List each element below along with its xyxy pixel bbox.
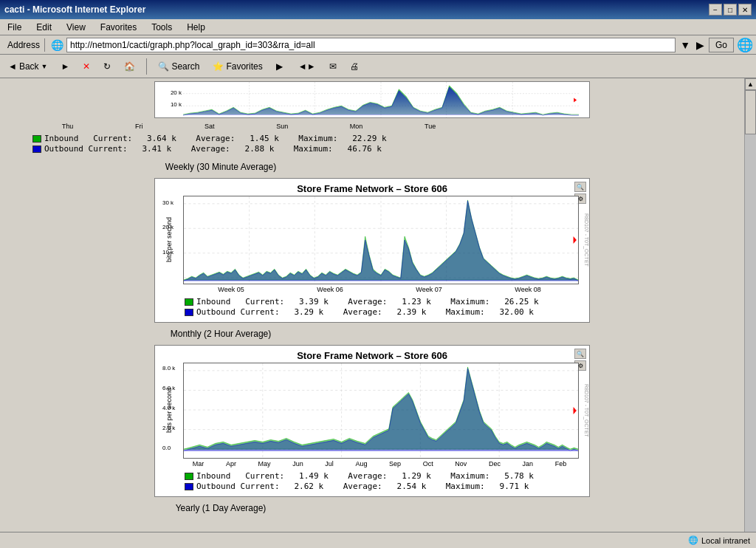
x-aug: Aug	[355, 460, 367, 467]
search-icon: 🔍	[158, 61, 169, 72]
weekly-chart-area: 30 k 20 k 10 k	[183, 196, 579, 284]
x-label-sat: Sat	[205, 123, 215, 130]
forward-icon: ►	[61, 61, 70, 72]
star-icon: ⭐	[213, 61, 224, 72]
x-sep: Sep	[389, 460, 401, 467]
bottom-spacer	[3, 516, 741, 531]
monthly-section-label: Monthly (2 Hour Average)	[3, 326, 439, 342]
home-button[interactable]: 🏠	[119, 59, 140, 74]
minimize-button[interactable]: −	[709, 4, 722, 16]
weekly-outbound-text: Outbound Current: 3.29 k Average: 2.39 k…	[196, 307, 534, 317]
scrollbar[interactable]: ▲ ▼	[744, 78, 756, 548]
address-dropdown[interactable]: ▼	[678, 38, 692, 52]
refresh-button[interactable]: ↻	[98, 59, 116, 74]
svg-marker-17	[574, 236, 577, 244]
menu-favorites[interactable]: Favorites	[96, 21, 141, 34]
menu-view[interactable]: View	[62, 21, 90, 34]
monthly-y-tick-2k: 2.0 k	[162, 425, 175, 431]
partial-graph-weekly-top: 20 k 10 k	[154, 81, 590, 118]
weekly-x-labels: Week 05 Week 06 Week 07 Week 08	[182, 284, 577, 295]
weekly-inbound-text: Inbound Current: 3.39 k Average: 1.23 k …	[196, 297, 539, 306]
inbound-legend-text: Inbound Current: 3.64 k Average: 1.45 k …	[44, 134, 387, 143]
toolbar-separator-1	[146, 58, 147, 75]
x-week07: Week 07	[416, 286, 441, 293]
ie-logo: 🌐	[737, 37, 753, 53]
monthly-outbound-color	[185, 483, 193, 490]
address-input[interactable]	[66, 38, 676, 52]
monthly-graph-wrapper: bits per second 8.0 k 6.0 k 4.0 k 2.0 k …	[155, 363, 589, 459]
refresh-btn[interactable]: ▶	[695, 38, 706, 52]
media-icon: ▶	[276, 61, 283, 72]
zoom-icon[interactable]: 🔍	[574, 182, 586, 192]
weekly-right-label: R8D107 - T0T_OCTET	[579, 196, 589, 284]
monthly-zoom-icon[interactable]: 🔍	[574, 349, 586, 359]
x-label-thu: Thu	[62, 123, 74, 130]
mail-button[interactable]: ✉	[324, 59, 342, 74]
menu-edit[interactable]: Edit	[32, 21, 56, 34]
scroll-thumb[interactable]	[745, 90, 756, 134]
go-button[interactable]: Go	[709, 38, 734, 52]
stop-icon: ✕	[83, 61, 90, 72]
close-button[interactable]: ✕	[738, 4, 752, 16]
x-jun: Jun	[292, 460, 303, 467]
monthly-inbound-text: Inbound Current: 1.49 k Average: 1.29 k …	[196, 471, 534, 481]
mail-icon: ✉	[329, 61, 337, 72]
search-label: Search	[171, 61, 199, 72]
weekly-inbound-color	[185, 298, 193, 306]
x-jul: Jul	[325, 460, 334, 467]
x-feb: Feb	[555, 460, 567, 467]
main-content: 20 k 10 k Thu Fri Sat Sun Mon Tue Inboun…	[0, 78, 756, 548]
media-button[interactable]: ▶	[271, 59, 290, 74]
x-oct: Oct	[423, 460, 433, 467]
back-button[interactable]: ◄ Back ▼	[3, 59, 53, 74]
monthly-right-label-text: R8D107 - T0T_OCTET	[579, 384, 589, 437]
monthly-y-tick-4k: 4.0 k	[162, 405, 175, 411]
stop-button[interactable]: ✕	[78, 59, 95, 74]
content-scroll[interactable]: 20 k 10 k Thu Fri Sat Sun Mon Tue Inboun…	[0, 78, 744, 548]
print-button[interactable]: 🖨	[345, 59, 364, 74]
window-controls: − □ ✕	[709, 4, 752, 16]
weekly-graph-container: Store Frame Network – Store 606 🔍 ⚙ bits…	[154, 178, 590, 323]
menu-file[interactable]: File	[3, 21, 26, 34]
monthly-y-tick-0: 0.0	[162, 445, 171, 451]
back-dropdown-icon: ▼	[41, 63, 48, 70]
favorites-button[interactable]: ⭐ Favorites	[207, 59, 267, 74]
monthly-x-labels: Mar Apr May Jun Jul Aug Sep Oct Nov Dec …	[182, 459, 577, 469]
weekly-outbound-row: Outbound Current: 3.29 k Average: 2.39 k…	[185, 307, 582, 317]
menu-tools[interactable]: Tools	[147, 21, 176, 34]
home-icon: 🏠	[124, 61, 135, 72]
x-mar: Mar	[193, 460, 205, 467]
weekly-section-label: Weekly (30 Minute Average)	[3, 159, 439, 175]
menu-help[interactable]: Help	[182, 21, 210, 34]
weekly-graph-canvas	[183, 196, 579, 284]
page-icon: 🌐	[51, 39, 63, 51]
x-may: May	[258, 460, 271, 467]
maximize-button[interactable]: □	[724, 4, 737, 16]
history-icon: ◄►	[298, 61, 316, 72]
weekly-y-label-container: bits per second	[155, 196, 183, 284]
history-button[interactable]: ◄►	[293, 59, 321, 74]
monthly-chart-area: 8.0 k 6.0 k 4.0 k 2.0 k 0.0	[183, 363, 579, 459]
status-zone: 🌐 Local intranet	[688, 535, 750, 545]
y-tick-10k: 10 k	[162, 249, 173, 256]
x-week05: Week 05	[218, 286, 244, 293]
toolbar: ◄ Back ▼ ► ✕ ↻ 🏠 🔍 Search ⭐ Favorites ▶ …	[0, 55, 756, 78]
zone-icon: 🌐	[688, 535, 698, 545]
monthly-legend: Inbound Current: 1.49 k Average: 1.29 k …	[155, 469, 589, 496]
search-button[interactable]: 🔍 Search	[153, 59, 205, 74]
svg-marker-27	[574, 407, 577, 414]
monthly-y-tick-8k: 8.0 k	[162, 365, 175, 371]
monthly-graph-canvas	[183, 363, 579, 459]
scroll-track[interactable]	[745, 90, 756, 536]
svg-marker-7	[574, 98, 577, 103]
monthly-inbound-row: Inbound Current: 1.49 k Average: 1.29 k …	[185, 471, 582, 481]
yearly-section-label: Yearly (1 Day Average)	[3, 500, 439, 516]
monthly-right-label: R8D107 - T0T_OCTET	[579, 363, 589, 459]
title-bar: cacti - Microsoft Internet Explorer − □ …	[0, 0, 756, 19]
forward-button[interactable]: ►	[56, 59, 75, 74]
monthly-graph-container: Store Frame Network – Store 606 🔍 ⚙ bits…	[154, 345, 590, 497]
scroll-up-button[interactable]: ▲	[745, 78, 757, 90]
address-label: Address	[3, 38, 45, 52]
back-icon: ◄	[8, 61, 17, 72]
x-label-tue: Tue	[425, 123, 436, 130]
